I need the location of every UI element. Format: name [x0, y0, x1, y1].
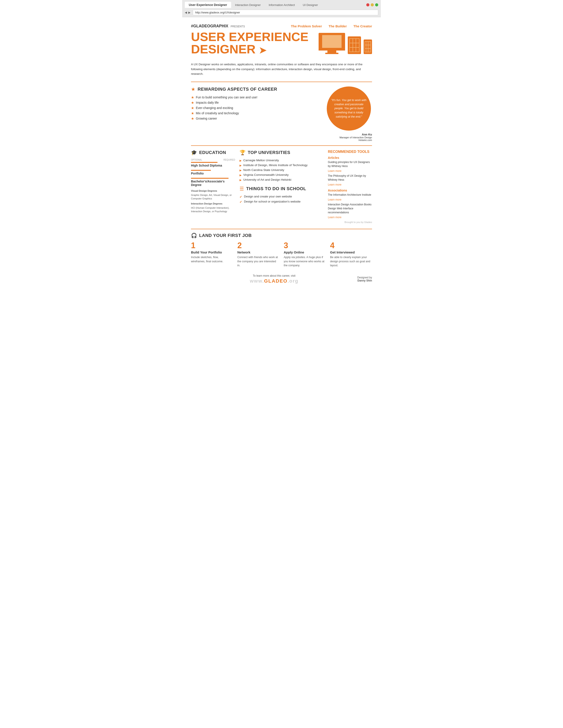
- step-title-4: Get Interviewed: [330, 250, 372, 254]
- university-5: University of Art and Design Helsinki: [243, 178, 292, 181]
- bullet-star-4: ★: [191, 111, 194, 115]
- rewarding-left: ★ REWARDING ASPECTS OF CAREER ★ Fun to b…: [191, 86, 319, 141]
- brand-name: #GLADEOGRAPHIX: [191, 24, 228, 28]
- step-number-4: 4: [330, 242, 372, 250]
- quote-company: Hotwire.com: [326, 139, 372, 141]
- tablet-screen: [349, 38, 360, 52]
- page-footer: To learn more about this career, visit w…: [191, 272, 372, 284]
- maximize-button-dot[interactable]: [375, 3, 378, 6]
- check-icon-2: ✔: [239, 200, 242, 204]
- monitor-stand: [328, 51, 336, 53]
- browser-tabs: User Experience Designer Interaction Des…: [185, 2, 322, 8]
- tools-assoc-1-link[interactable]: Learn more: [328, 198, 341, 201]
- education-header: 🎓 EDUCATION: [191, 150, 235, 156]
- browser-top-bar: User Experience Designer Interaction Des…: [185, 2, 378, 8]
- education-title: EDUCATION: [199, 150, 226, 155]
- tri-bullet-1: ▶: [239, 159, 241, 162]
- list-item: ▶ Virginia Commonwealth University: [239, 173, 324, 177]
- footer-gladeo: GLADEO: [264, 278, 288, 284]
- nav-arrows: ◀ ▶: [185, 11, 190, 14]
- edu-bar-diploma: [191, 162, 217, 163]
- quote-col: "It's fun. You get to work with creative…: [326, 86, 372, 141]
- list-item: ▶ Institute of Design, Illinois Institut…: [239, 163, 324, 167]
- browser-tab-interaction[interactable]: Interaction Designer: [231, 2, 265, 8]
- universities-header: 🏆 TOP UNIVERSITIES: [239, 150, 324, 156]
- rewarding-header: ★ REWARDING ASPECTS OF CAREER: [191, 86, 319, 92]
- footer-url-display: www.GLADEO.org: [250, 278, 298, 284]
- quote-role: Manager of Interaction Design: [326, 136, 372, 139]
- required-label: REQUIRED: [223, 159, 235, 161]
- university-1: Carnegie Mellon University: [243, 159, 279, 162]
- edu-item-portfolio: Portfolio: [191, 170, 235, 175]
- three-col-section: 🎓 EDUCATION OPTIONAL REQUIRED High Schoo…: [191, 150, 372, 223]
- bullet-star-3: ★: [191, 106, 194, 110]
- footer-credit: Designed by Danny Shin: [357, 276, 372, 282]
- browser-active-tab[interactable]: User Experience Designer: [185, 2, 231, 8]
- tools-title: RECOMMENDED TOOLS: [328, 150, 372, 154]
- rewarding-section-row: ★ REWARDING ASPECTS OF CAREER ★ Fun to b…: [191, 86, 372, 141]
- footer-visit-text: To learn more about this career, visit: [250, 274, 298, 277]
- main-content: #GLADEOGRAPHIX PRESENTS The Problem Solv…: [182, 17, 381, 288]
- step-title-1: Build Your Portfolio: [191, 250, 233, 254]
- tools-article-2-link[interactable]: Learn more: [328, 183, 341, 186]
- back-button[interactable]: ◀: [185, 11, 187, 14]
- list-item: ✔ Design for school or organization's we…: [239, 200, 324, 204]
- tools-article-1-link[interactable]: Learn more: [328, 169, 341, 173]
- hero-title: USER EXPERIENCE DESIGNER ➤: [191, 31, 314, 55]
- land-section: 🎧 LAND YOUR FIRST JOB 1 Build Your Portf…: [191, 229, 372, 268]
- nav-creator[interactable]: The Creator: [354, 24, 372, 28]
- quote-bubble: "It's fun. You get to work with creative…: [327, 86, 371, 131]
- rewarding-section: ★ REWARDING ASPECTS OF CAREER ★ Fun to b…: [191, 86, 319, 121]
- step-title-2: Network: [237, 250, 279, 254]
- tri-bullet-5: ▶: [239, 178, 241, 182]
- things-header: ☰ THINGS TO DO IN SCHOOL: [239, 186, 324, 192]
- tools-assoc-2-link[interactable]: Learn more: [328, 216, 341, 219]
- list-item: ★ Growing career: [191, 116, 319, 121]
- check-icon-1: ✔: [239, 195, 242, 199]
- forward-button[interactable]: ▶: [188, 11, 190, 14]
- edu-item-diploma: High School Diploma: [191, 162, 235, 167]
- step-number-2: 2: [237, 242, 279, 250]
- land-header: 🎧 LAND YOUR FIRST JOB: [191, 233, 372, 238]
- edu-bar-degree: [191, 178, 228, 179]
- quote-text: "It's fun. You get to work with creative…: [331, 98, 367, 119]
- address-bar[interactable]: http://www.gladeox.org/UXdesigner: [193, 10, 378, 15]
- edu-portfolio-label: Portfolio: [191, 172, 235, 175]
- browser-tab-info-arch[interactable]: Information Architect: [265, 2, 299, 8]
- list-item: ▶ North Carolina State University: [239, 168, 324, 172]
- land-steps-grid: 1 Build Your Portfolio Include sketches,…: [191, 242, 372, 268]
- active-tab-label: User Experience Designer: [189, 3, 227, 7]
- land-step-4: 4 Get Interviewed Be able to clearly exp…: [330, 242, 372, 268]
- browser-tab-ui[interactable]: UI Designer: [299, 2, 322, 8]
- list-item: ▶ University of Art and Design Helsinki: [239, 178, 324, 182]
- designer-name: Danny Shin: [357, 279, 372, 282]
- university-4: Virginia Commonwealth University: [243, 173, 289, 176]
- tab-information-architect: Information Architect: [269, 3, 295, 7]
- list-item: ▶ Carnegie Mellon University: [239, 159, 324, 162]
- university-3: North Carolina State University: [243, 168, 284, 172]
- quote-attribution: Ann Ku Manager of Interaction Design Hot…: [326, 133, 372, 141]
- brand-row: #GLADEOGRAPHIX PRESENTS: [191, 24, 245, 28]
- bullet-star-1: ★: [191, 95, 194, 99]
- visual-design-desc: Graphic Design, Art, Visual Design, or C…: [191, 193, 235, 200]
- browser-navigation: ◀ ▶ http://www.gladeox.org/UXdesigner: [185, 10, 378, 15]
- nav-builder[interactable]: The Builder: [329, 24, 347, 28]
- list-item: ★ Ever-changing and exciting: [191, 106, 319, 110]
- step-desc-4: Be able to clearly explain your design p…: [330, 255, 372, 268]
- graduation-icon: 🎓: [191, 150, 197, 156]
- bullet-star-5: ★: [191, 116, 194, 121]
- minimize-button-dot[interactable]: [371, 3, 374, 6]
- monitor-display: [322, 35, 342, 48]
- middle-divider: [191, 145, 372, 146]
- nav-problem-solver[interactable]: The Problem Solver: [291, 24, 322, 28]
- hero-left: USER EXPERIENCE DESIGNER ➤: [191, 31, 314, 58]
- step-number-1: 1: [191, 242, 233, 250]
- hero-title-line2: DESIGNER: [191, 42, 256, 56]
- close-button-dot[interactable]: [366, 3, 369, 6]
- optional-label: OPTIONAL: [191, 159, 202, 161]
- things-item-1: Design and create your own website: [244, 195, 292, 198]
- monitor-screen: [319, 33, 345, 51]
- window-controls: [366, 3, 378, 6]
- cursor-icon: ➤: [259, 45, 266, 55]
- things-section: ☰ THINGS TO DO IN SCHOOL ✔ Design and cr…: [239, 186, 324, 204]
